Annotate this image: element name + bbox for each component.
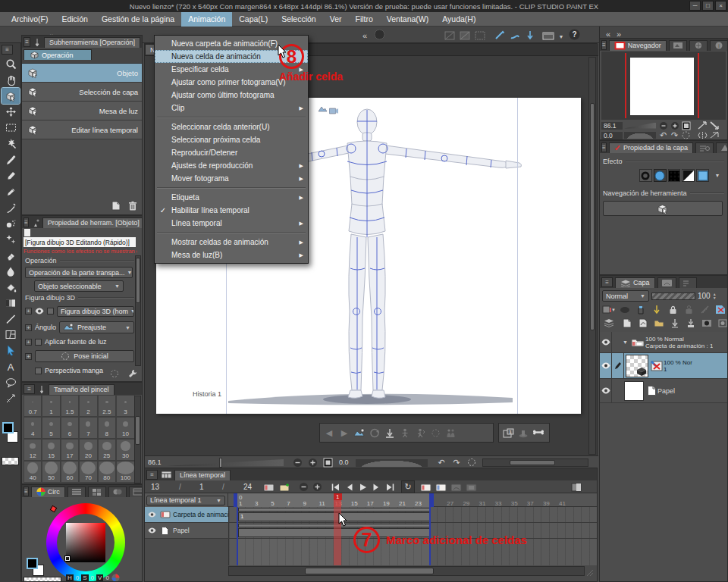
visible-icon[interactable] (35, 305, 44, 318)
blend-mode-dropdown[interactable]: Normal▼ (602, 290, 649, 302)
layer-visible-icon[interactable] (600, 379, 612, 402)
navigator-flip-reset-icon[interactable] (708, 129, 720, 140)
border-effect-icon[interactable] (639, 169, 652, 182)
figure-tool[interactable] (2, 311, 20, 327)
brush-size-0.7[interactable]: 0.7 (24, 395, 42, 417)
menu-item-seleccionar-proxima-celda[interactable]: Seleccionar próxima celda (155, 133, 308, 146)
navigator-zoom-slider[interactable] (624, 123, 656, 129)
toolstrip-menu-button[interactable]: ≡ (2, 45, 13, 55)
navigator-rotation-slider[interactable] (624, 132, 656, 139)
brush-size-8[interactable]: 8 (98, 417, 116, 439)
navigator-reset-rotation-icon[interactable] (680, 129, 692, 140)
track-1-label[interactable]: Carpeta de animación (145, 507, 228, 523)
brush-size-30[interactable]: 30 (116, 439, 135, 461)
manga-perspective-checkbox[interactable] (35, 368, 42, 374)
menu-ayuda-h[interactable]: Ayuda(H) (435, 12, 482, 27)
timeline-h-scrollbar[interactable] (228, 566, 585, 576)
information-tab[interactable]: i (710, 40, 728, 51)
timeline-panel-toggle-icon[interactable] (570, 480, 583, 493)
canvas-v-scrollbar[interactable] (588, 57, 596, 455)
menu-gestion-de-la-pagina[interactable]: Gestión de la página (95, 12, 181, 27)
timeline-zoom-in-icon[interactable] (310, 480, 324, 493)
skip-to-start-icon[interactable] (328, 480, 342, 493)
opacity-stepper[interactable]: ▲▼ (713, 293, 717, 300)
color-wheel-tab[interactable]: Circ (31, 487, 65, 497)
menu-item-linea-temporal[interactable]: Línea temporal▶ (155, 217, 308, 230)
subview-tab[interactable] (669, 40, 687, 51)
navigator-menu-button[interactable]: ≡ (601, 40, 607, 50)
new-timeline-icon[interactable] (262, 480, 276, 493)
timeline-menu-button[interactable]: ≡ (146, 470, 158, 480)
minimize-button[interactable]: ─ (689, 1, 701, 11)
object-launcher-mini-icon[interactable] (318, 105, 328, 115)
layer-row-paper[interactable]: Papel (600, 379, 727, 403)
canvas-zoom-slider[interactable] (166, 459, 284, 466)
brush-size-15[interactable]: 15 (42, 439, 60, 461)
canvas-zoom-out-icon[interactable] (290, 456, 304, 469)
layer-property-menu-button[interactable]: ≡ (601, 142, 607, 152)
layer-thumbnail[interactable] (626, 355, 648, 377)
color-history-tab[interactable] (129, 487, 143, 497)
new-layer-icon[interactable] (620, 317, 634, 330)
timeline-tab[interactable]: Línea temporal (174, 470, 231, 480)
auto-select-tool[interactable] (2, 136, 20, 152)
brush-tool[interactable] (2, 199, 20, 215)
blend-tool[interactable] (2, 263, 20, 279)
subtool-item-mesa-de-luz[interactable]: Mesa de luz (22, 102, 142, 120)
airbrush-tool[interactable] (2, 215, 20, 231)
menu-capa-l[interactable]: Capa(L) (232, 12, 275, 27)
apply-mask-icon[interactable] (716, 317, 728, 330)
brush-size-2.5[interactable]: 2.5 (98, 395, 116, 417)
set-ruler-icon[interactable] (698, 303, 711, 316)
bone-icon[interactable] (532, 427, 545, 440)
tool-property-tab[interactable]: Propiedad de herram. [Objeto] (42, 217, 143, 228)
brush-size-25[interactable]: 25 (98, 439, 116, 461)
decoration-tool[interactable] (2, 231, 20, 247)
expand-pose-icon[interactable]: + (25, 353, 32, 360)
menu-archivo-f[interactable]: Archivo(F) (5, 12, 55, 27)
layer-row-animation-folder[interactable]: ▼ 100 % Normal Carpeta de animación : 1 (600, 332, 727, 353)
brush-size-3[interactable]: 3 (116, 395, 135, 417)
brush-size-70[interactable]: 70 (79, 461, 97, 483)
track-2-label[interactable]: Papel (145, 523, 228, 539)
canvas-rotation-slider[interactable] (356, 459, 428, 467)
navigator-rotate-cw-icon[interactable]: ↷ (669, 129, 680, 140)
pencil-tool[interactable] (2, 183, 20, 199)
timeline-end-marker[interactable] (429, 493, 434, 507)
subtool-item-objeto[interactable]: Objeto (22, 64, 142, 83)
pen-tool[interactable] (2, 167, 20, 183)
draft-layer-icon[interactable] (714, 303, 727, 316)
navigator-preview[interactable] (601, 52, 726, 120)
transfer-down-icon[interactable] (668, 317, 682, 330)
foreground-color-swatch[interactable] (2, 422, 14, 433)
brush-size-4[interactable]: 4 (24, 417, 42, 439)
previous-frame-icon[interactable] (342, 480, 356, 493)
selection-tool[interactable] (2, 120, 20, 136)
navigator-rotate-ccw-icon[interactable]: ↶ (657, 129, 669, 140)
rotate-object-icon[interactable] (368, 427, 381, 440)
lock-icon[interactable] (666, 303, 679, 316)
new-folder-icon[interactable] (652, 317, 666, 330)
frame-border-tool[interactable] (2, 327, 20, 343)
layer-visible-icon[interactable] (600, 332, 612, 352)
rotate-ccw-icon[interactable]: ↶ (435, 456, 448, 469)
timeline-resize-icon[interactable] (585, 566, 595, 579)
tone-effect-icon[interactable] (654, 169, 667, 182)
menu-item-reproducir-detener[interactable]: Reproducir/Detener (155, 146, 308, 159)
reference-icon[interactable] (650, 303, 664, 316)
close-button[interactable]: × (715, 1, 726, 11)
vector-snap-icon[interactable] (523, 29, 537, 42)
help-icon[interactable]: ? (567, 28, 581, 41)
menu-seleccion[interactable]: Selección (275, 12, 323, 27)
subtool-panel-menu-button[interactable]: ≡ (24, 37, 30, 47)
merge-down-icon[interactable] (684, 317, 698, 330)
eraser-tool[interactable] (2, 247, 20, 263)
skip-to-end-icon[interactable] (383, 480, 397, 493)
menu-item-ajustes-de-reproduccion[interactable]: Ajustes de reproducción▶ (155, 159, 308, 172)
canvas-zoom-in-icon[interactable] (306, 456, 319, 469)
color-panel-menu-button[interactable]: ≡ (24, 487, 29, 496)
pedestal-icon[interactable] (516, 427, 530, 440)
brush-size-1.5[interactable]: 1.5 (61, 395, 79, 417)
brush-size-scrollbar[interactable] (134, 396, 141, 483)
delete-subtool-icon[interactable] (126, 199, 140, 212)
